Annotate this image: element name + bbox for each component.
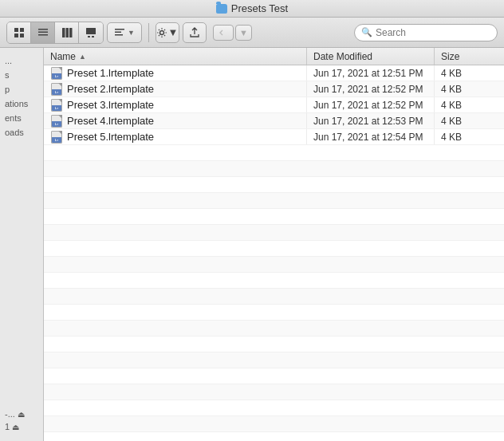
sidebar-item-1[interactable]: s [0,69,43,81]
svg-rect-6 [38,34,48,36]
sidebar-item-4[interactable]: ents [0,112,43,124]
sidebar-spacer [0,140,43,404]
empty-row [44,432,504,441]
view-list-btn[interactable] [31,22,55,43]
lrtemplate-badge-3: Lr [52,121,61,127]
col-header-size[interactable]: Size [435,48,504,65]
sidebar-bottom-item-0[interactable]: -... ⏏ [5,409,38,419]
share-icon [189,27,200,38]
lrtemplate-icon-1: Lr [51,83,62,96]
table-row[interactable]: Lr Preset 5.lrtemplate Jun 17, 2021 at 1… [44,129,504,145]
search-box[interactable]: 🔍 [354,24,498,41]
list-icon [37,27,49,38]
svg-rect-10 [69,28,73,37]
col-header-modified[interactable]: Date Modified [307,48,435,65]
view-gallery-btn[interactable] [79,22,103,43]
lrtemplate-icon-2: Lr [51,99,62,112]
search-input[interactable] [376,27,487,38]
empty-rows [44,145,504,441]
file-list-container: Name ▲ Date Modified Size Lr [44,48,504,441]
sidebar-bottom-label-1: 1 [5,422,10,431]
gear-chevron-icon: ▼ [167,26,178,38]
sidebar-bottom-item-1[interactable]: 1 ⏏ [5,422,38,431]
window-title: Presets Test [231,2,288,14]
table-row[interactable]: Lr Preset 1.lrtemplate Jun 17, 2021 at 1… [44,65,504,81]
file-cell-size-0: 4 KB [435,65,504,81]
svg-rect-9 [65,28,69,37]
svg-rect-15 [115,31,121,33]
empty-row [44,400,504,416]
empty-row [44,145,504,161]
sidebar-bottom-label-0: -... [5,409,15,419]
back-btn[interactable] [213,25,234,41]
file-icon-3: Lr [50,115,63,128]
column-headers: Name ▲ Date Modified Size [44,48,504,65]
grid-icon [14,27,25,38]
sidebar-item-5[interactable]: oads [0,126,43,139]
file-rows: Lr Preset 1.lrtemplate Jun 17, 2021 at 1… [44,65,504,441]
svg-rect-3 [20,33,24,37]
lrtemplate-icon-3: Lr [51,115,62,128]
nav-group: ▼ [213,25,252,41]
toolbar: ▼ ▼ ▼ 🔍 [0,18,504,48]
folder-icon [216,4,227,14]
svg-rect-2 [14,33,18,37]
sidebar-item-2[interactable]: p [0,83,43,96]
chevron-down-icon: ▼ [128,29,135,37]
file-cell-size-2: 4 KB [435,97,504,112]
empty-row [44,289,504,305]
search-icon: 🔍 [361,27,372,37]
main-area: ... s p ations ents oads -... ⏏ 1 ⏏ [0,48,504,441]
file-icon-1: Lr [50,83,63,96]
table-row[interactable]: Lr Preset 4.lrtemplate Jun 17, 2021 at 1… [44,113,504,129]
file-icon-2: Lr [50,99,63,112]
file-cell-size-1: 4 KB [435,81,504,96]
empty-row [44,321,504,337]
file-cell-size-3: 4 KB [435,113,504,128]
empty-row [44,352,504,368]
gear-icon [156,27,167,38]
empty-row [44,177,504,193]
svg-rect-5 [38,31,48,33]
svg-rect-4 [38,29,48,30]
empty-row [44,384,504,400]
file-cell-modified-2: Jun 17, 2021 at 12:52 PM [307,97,435,112]
view-columns-btn[interactable] [55,22,79,43]
table-row[interactable]: Lr Preset 2.lrtemplate Jun 17, 2021 at 1… [44,81,504,97]
lrtemplate-icon-0: Lr [51,67,62,80]
sidebar-bottom: -... ⏏ 1 ⏏ [0,406,43,435]
empty-row [44,337,504,352]
col-header-name[interactable]: Name ▲ [44,48,307,65]
eject-icon-0[interactable]: ⏏ [18,410,25,419]
lrtemplate-badge-2: Lr [52,105,61,111]
view-options-btn[interactable]: ▼ [107,22,142,43]
file-cell-name-3: Lr Preset 4.lrtemplate [44,113,307,128]
svg-rect-8 [62,28,65,37]
path-dropdown[interactable]: ▼ [235,25,252,41]
empty-row [44,225,504,241]
sidebar-item-0[interactable]: ... [0,54,43,67]
file-icon-0: Lr [50,67,63,80]
empty-row [44,305,504,321]
eject-icon-1[interactable]: ⏏ [12,423,19,431]
file-icon-4: Lr [50,131,63,144]
table-row[interactable]: Lr Preset 3.lrtemplate Jun 17, 2021 at 1… [44,97,504,113]
empty-row [44,161,504,177]
chevron-down-icon-2: ▼ [239,28,248,37]
file-cell-name-2: Lr Preset 3.lrtemplate [44,97,307,112]
action-btn[interactable]: ▼ [156,22,179,43]
separator-1 [148,23,149,42]
lrtemplate-icon-4: Lr [51,131,62,144]
file-cell-name-1: Lr Preset 2.lrtemplate [44,81,307,96]
view-icons-btn[interactable] [7,22,31,43]
empty-row [44,368,504,384]
columns-icon [61,27,73,38]
svg-rect-16 [115,34,123,36]
share-btn[interactable] [183,22,207,43]
file-cell-modified-0: Jun 17, 2021 at 12:51 PM [307,65,435,81]
svg-rect-12 [88,36,90,37]
sidebar-item-3[interactable]: ations [0,97,43,110]
empty-row [44,273,504,289]
gallery-icon [85,27,96,38]
svg-rect-11 [86,28,96,34]
